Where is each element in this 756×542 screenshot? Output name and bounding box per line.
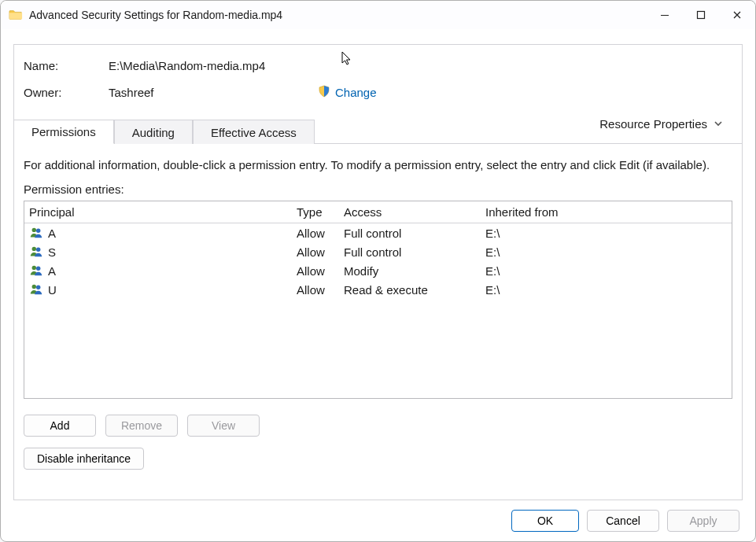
svg-point-3 [36, 229, 40, 233]
access-cell: Full control [344, 245, 485, 259]
tab-auditing[interactable]: Auditing [114, 120, 193, 144]
users-group-icon [29, 264, 43, 278]
entries-label: Permission entries: [24, 183, 732, 196]
maximize-button[interactable] [683, 1, 719, 29]
ok-button[interactable]: OK [511, 510, 579, 532]
advanced-security-window: Advanced Security Settings for Random-me… [0, 0, 756, 542]
svg-rect-1 [698, 12, 705, 19]
table-row[interactable]: U Allow Read & execute E:\ [24, 280, 732, 299]
table-row[interactable]: S Allow Full control E:\ [24, 242, 732, 261]
svg-point-5 [36, 248, 40, 252]
principal-cell: A [48, 264, 56, 278]
titlebar: Advanced Security Settings for Random-me… [1, 1, 755, 29]
main-panel: Name: E:\Media\Random-media.mp4 Owner: T… [13, 44, 743, 500]
table-row[interactable]: A Allow Modify E:\ [24, 261, 732, 280]
col-header-principal[interactable]: Principal [29, 205, 297, 219]
inherited-cell: E:\ [485, 264, 727, 278]
principal-cell: A [48, 227, 56, 240]
access-cell: Modify [344, 264, 485, 278]
dialog-footer: OK Cancel Apply [511, 510, 739, 532]
svg-point-4 [32, 247, 36, 251]
close-button[interactable] [719, 1, 755, 29]
disable-inheritance-button[interactable]: Disable inheritance [24, 448, 144, 470]
header-block: Name: E:\Media\Random-media.mp4 Owner: T… [14, 45, 742, 116]
tab-effective-label: Effective Access [211, 126, 297, 139]
col-header-inherited[interactable]: Inherited from [485, 205, 727, 219]
owner-label: Owner: [24, 86, 109, 99]
minimize-button[interactable] [647, 1, 683, 29]
change-owner-link[interactable]: Change [318, 85, 377, 100]
info-text: For additional information, double-click… [24, 158, 732, 171]
inherited-cell: E:\ [485, 227, 727, 240]
change-link-text: Change [335, 86, 377, 99]
type-cell: Allow [297, 227, 344, 240]
name-value: E:\Media\Random-media.mp4 [109, 59, 313, 72]
tab-permissions-label: Permissions [31, 125, 96, 138]
inherited-cell: E:\ [485, 283, 727, 297]
svg-point-8 [32, 285, 36, 289]
type-cell: Allow [297, 245, 344, 259]
resource-properties-label: Resource Properties [599, 117, 707, 131]
access-cell: Full control [344, 227, 485, 240]
inherited-cell: E:\ [485, 245, 727, 259]
svg-point-9 [36, 286, 40, 289]
users-group-icon [29, 226, 43, 240]
tab-effective-access[interactable]: Effective Access [193, 120, 315, 144]
type-cell: Allow [297, 264, 344, 278]
chevron-down-icon [714, 117, 723, 131]
tab-permissions[interactable]: Permissions [14, 120, 114, 144]
name-row: Name: E:\Media\Random-media.mp4 [24, 59, 732, 72]
permission-entries-table[interactable]: Principal Type Access Inherited from A A… [24, 201, 732, 399]
shield-icon [318, 85, 330, 100]
access-cell: Read & execute [344, 283, 485, 297]
entry-action-buttons: Add Remove View [24, 415, 732, 437]
add-button[interactable]: Add [24, 415, 96, 437]
apply-button[interactable]: Apply [667, 510, 739, 532]
permissions-tab-body: For additional information, double-click… [14, 144, 742, 479]
owner-value: Tashreef [109, 86, 313, 99]
svg-point-2 [32, 228, 36, 232]
users-group-icon [29, 245, 43, 259]
principal-cell: U [48, 283, 57, 297]
users-group-icon [29, 282, 43, 297]
folder-icon [9, 8, 23, 22]
col-header-type[interactable]: Type [297, 205, 344, 219]
principal-cell: S [48, 245, 56, 259]
svg-rect-0 [661, 15, 669, 16]
type-cell: Allow [297, 283, 344, 297]
tab-auditing-label: Auditing [132, 126, 175, 139]
name-label: Name: [24, 59, 109, 72]
svg-point-7 [36, 267, 40, 271]
resource-properties-dropdown[interactable]: Resource Properties [599, 117, 723, 131]
view-button[interactable]: View [187, 415, 260, 437]
table-header: Principal Type Access Inherited from [24, 201, 732, 223]
owner-row: Owner: Tashreef Change [24, 85, 732, 100]
remove-button[interactable]: Remove [105, 415, 178, 437]
cancel-button[interactable]: Cancel [587, 510, 659, 532]
window-title: Advanced Security Settings for Random-me… [29, 9, 282, 21]
table-row[interactable]: A Allow Full control E:\ [24, 223, 732, 242]
svg-point-6 [32, 266, 36, 270]
col-header-access[interactable]: Access [344, 205, 485, 219]
